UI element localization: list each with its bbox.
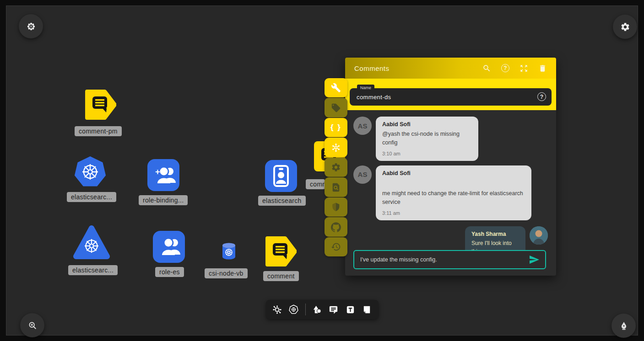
comment-shape-icon (83, 88, 116, 121)
panel-title: Comments (354, 64, 472, 72)
node-label: comment (263, 271, 299, 281)
toolbar-tags[interactable] (325, 98, 347, 117)
name-field-wrap: Name ? (350, 88, 552, 106)
kanvas-menu-button[interactable] (19, 14, 43, 38)
zoom-in-icon (27, 320, 38, 330)
toolbar-doc-search[interactable] (325, 177, 347, 197)
settings-button[interactable] (613, 15, 637, 39)
plus-glyph: + (155, 167, 160, 176)
trash-icon[interactable] (538, 64, 547, 73)
github-icon (331, 222, 341, 232)
node-label: role-es (155, 267, 184, 277)
expand-icon[interactable] (520, 64, 528, 73)
name-field-label: Name (357, 85, 374, 91)
search-icon[interactable] (482, 64, 491, 73)
node-label: csi-node-vb (205, 268, 248, 278)
node-label: comm (306, 179, 325, 189)
node-csi-node-vb[interactable] (222, 243, 236, 260)
gear-icon (331, 162, 341, 172)
message-bubble: Aabid Sofi me might need to change the r… (376, 165, 531, 220)
kubernetes-triangle-icon (73, 224, 110, 260)
comments-panel-header[interactable]: Comments ? (345, 58, 556, 79)
text-icon[interactable] (345, 304, 356, 315)
send-icon[interactable] (529, 254, 540, 265)
node-label: elasticsearc... (68, 265, 118, 275)
node-comment-pm[interactable] (83, 88, 116, 121)
kanvas-flower-icon (26, 21, 36, 32)
shape-palette-toolbar (266, 300, 379, 319)
message-time: 3:10 am (382, 151, 472, 156)
node-role-es[interactable] (153, 231, 185, 263)
role-icon (153, 231, 185, 263)
avatar-initials: AS (353, 165, 372, 184)
name-help-icon[interactable]: ? (537, 92, 546, 101)
message-author: Yash Sharma (471, 231, 519, 237)
history-icon (331, 242, 341, 252)
composer-input[interactable] (354, 256, 529, 263)
pen-tool-icon (619, 321, 629, 331)
note-icon[interactable] (362, 304, 372, 315)
composer (353, 250, 546, 269)
name-section: Name ? (345, 79, 556, 110)
messages-list: AS Aabid Sofi @yash the csi-node is miss… (345, 110, 556, 268)
node-label: comment-pm (75, 126, 122, 136)
comments-panel: Comments ? Name ? AS (345, 58, 556, 276)
design-icon[interactable] (272, 304, 282, 315)
avatar-photo (530, 226, 548, 245)
toolbar-settings[interactable] (325, 158, 347, 177)
message: AS Aabid Sofi @yash the csi-node is miss… (353, 117, 548, 161)
comment-shape-icon (264, 235, 297, 268)
comment-icon[interactable] (328, 304, 339, 315)
node-elasticsearch-triangle[interactable] (73, 224, 110, 260)
toolbar-shield[interactable] (325, 197, 347, 217)
kubernetes-icon[interactable] (288, 304, 299, 315)
toolbar-history[interactable] (325, 237, 347, 256)
shield-icon (331, 202, 341, 212)
message-bubble: Aabid Sofi @yash the csi-node is missing… (376, 117, 478, 161)
message: AS Aabid Sofi me might need to change th… (353, 165, 548, 220)
storage-cylinder-icon (222, 243, 236, 260)
node-label: elasticsearch (258, 196, 306, 206)
node-comment[interactable] (264, 235, 297, 268)
toolbar-wrench[interactable] (325, 78, 347, 97)
message-author: Aabid Sofi (382, 170, 525, 176)
name-input[interactable] (350, 94, 552, 101)
node-label: elasticsearc... (67, 192, 116, 202)
zoom-button[interactable] (20, 313, 44, 337)
service-account-icon (265, 160, 297, 192)
node-action-toolbar: { } (325, 78, 347, 257)
message-text: @yash the csi-node is missing config (382, 130, 472, 148)
node-label: role-binding... (139, 195, 188, 205)
toolbar-braces[interactable]: { } (325, 118, 347, 137)
settings-gear-icon (620, 22, 630, 32)
toolbar-github[interactable] (325, 217, 347, 236)
node-elasticsearch-badge[interactable] (265, 160, 297, 192)
node-elasticsearch-heptagon[interactable] (74, 156, 106, 188)
toolbar-hub[interactable] (325, 138, 347, 157)
node-role-binding[interactable]: + (147, 159, 179, 191)
role-binding-icon: + (147, 159, 179, 191)
tags-icon (331, 103, 341, 113)
help-icon[interactable]: ? (501, 64, 509, 72)
shapes-icon[interactable] (312, 304, 322, 315)
message-time: 3:11 am (382, 210, 525, 216)
hub-icon (331, 143, 341, 153)
doc-search-icon (331, 182, 341, 192)
design-canvas[interactable]: comment-pm elasticsearc... + role-bindin… (6, 5, 638, 336)
toolbar-divider (305, 304, 306, 315)
whiteboard-pen-button[interactable] (612, 314, 636, 338)
user-photo-icon (530, 226, 548, 245)
avatar-initials: AS (353, 117, 372, 135)
braces-icon: { } (330, 123, 341, 132)
wrench-icon (331, 83, 341, 93)
message-author: Aabid Sofi (382, 121, 472, 128)
kubernetes-icon (74, 156, 106, 188)
message-text: me might need to change the rate-limit f… (382, 189, 525, 207)
